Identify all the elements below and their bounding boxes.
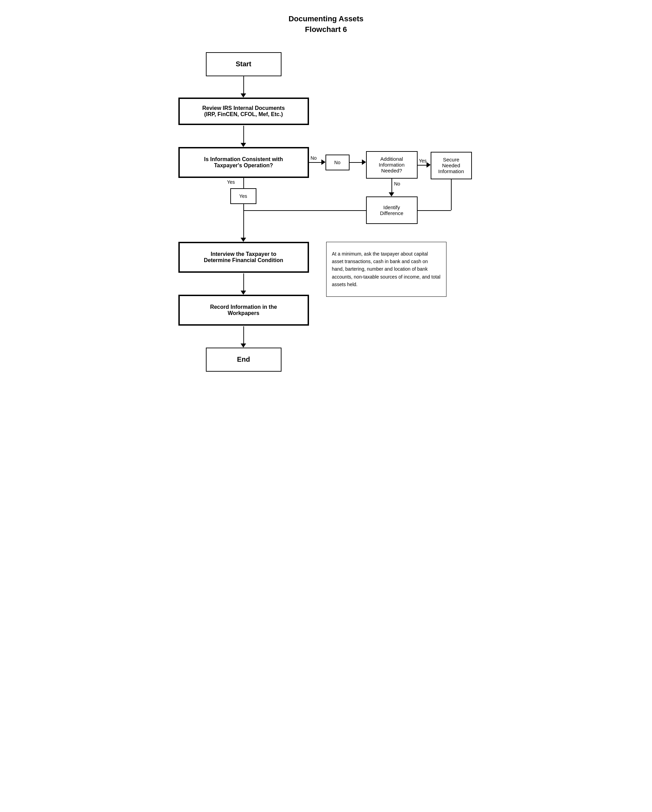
page-title: Documenting Assets Flowchart 6 — [288, 14, 363, 35]
yes-label-right: Yes — [419, 158, 427, 163]
no-box: No — [326, 154, 349, 170]
page: Documenting Assets Flowchart 6 Start Rev… — [171, 14, 481, 798]
yes-label-left: Yes — [227, 179, 235, 185]
review-box: Review IRS Internal Documents (IRP, FinC… — [178, 98, 309, 125]
secure-info-box: Secure Needed Information — [431, 152, 472, 179]
end-box: End — [206, 348, 282, 372]
note-box: At a minimum, ask the taxpayer about cap… — [326, 242, 447, 297]
no-label-1: No — [311, 155, 317, 161]
interview-box: Interview the Taxpayer to Determine Fina… — [178, 242, 309, 273]
flowchart: Start Review IRS Internal Documents (IRP… — [178, 52, 474, 705]
no-label-2: No — [394, 181, 400, 186]
yes-box: Yes — [230, 188, 256, 204]
identify-diff-box: Identify Difference — [366, 197, 418, 224]
is-consistent-box: Is Information Consistent with Taxpayer'… — [178, 147, 309, 178]
record-info-box: Record Information in the Workpapers — [178, 295, 309, 326]
additional-info-box: Additional Information Needed? — [366, 151, 418, 179]
start-box: Start — [206, 52, 282, 76]
